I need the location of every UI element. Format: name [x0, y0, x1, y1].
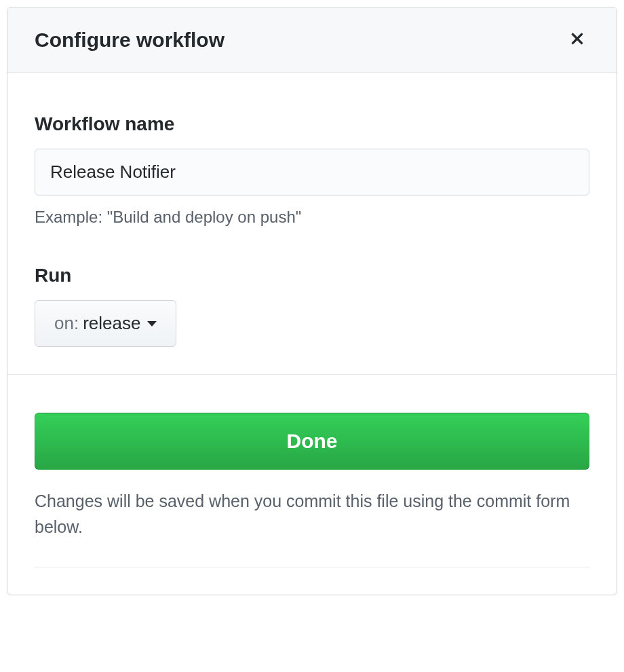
- workflow-name-example: Example: "Build and deploy on push": [35, 208, 589, 227]
- workflow-name-input[interactable]: [35, 149, 589, 195]
- run-section: Run on: release: [35, 265, 589, 347]
- run-trigger-dropdown[interactable]: on: release: [35, 300, 176, 347]
- modal-body: Workflow name Example: "Build and deploy…: [7, 73, 617, 375]
- done-button[interactable]: Done: [35, 413, 589, 470]
- run-on-value: release: [83, 313, 140, 334]
- footer-help-text: Changes will be saved when you commit th…: [35, 489, 589, 567]
- modal-title: Configure workflow: [35, 29, 225, 52]
- workflow-name-label: Workflow name: [35, 113, 589, 135]
- modal-header: Configure workflow: [7, 7, 617, 73]
- close-icon: [568, 29, 587, 50]
- configure-workflow-modal: Configure workflow Workflow name Example…: [7, 7, 617, 595]
- modal-footer: Done Changes will be saved when you comm…: [7, 375, 617, 595]
- run-label: Run: [35, 265, 589, 286]
- caret-down-icon: [147, 321, 157, 326]
- run-on-prefix: on:: [54, 313, 79, 334]
- close-button[interactable]: [565, 26, 589, 53]
